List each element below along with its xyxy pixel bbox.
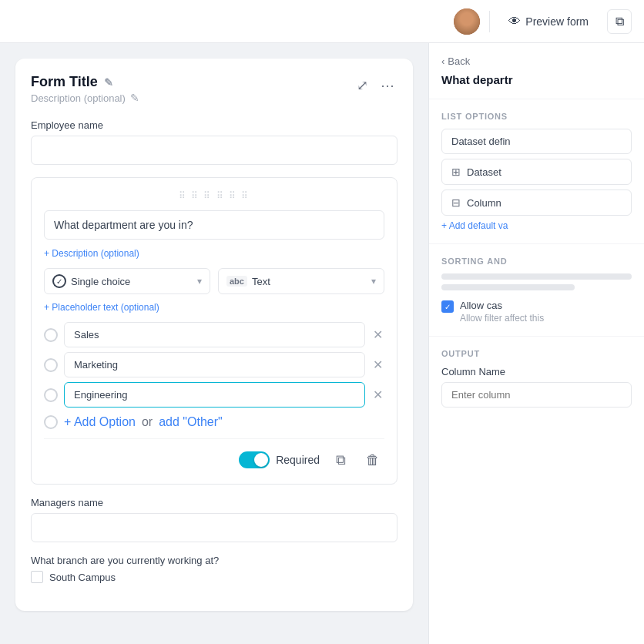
toggle-knob [254,453,268,467]
dataset-label: Dataset [467,166,501,178]
text-type-select-left: abc Text [226,276,270,287]
branch-checkbox[interactable] [31,571,43,583]
sorting-label: SORTING AND [441,257,632,266]
dataset-button[interactable]: ⊞ Dataset [441,159,632,185]
preview-label: Preview form [525,15,589,28]
required-label: Required [276,454,320,466]
text-type-label: Text [252,276,270,287]
single-choice-chevron: ▾ [197,276,202,287]
radio-circle-3 [44,388,58,402]
dataset-define-label: Dataset defin [451,136,511,147]
check-circle-icon: ✓ [52,274,66,288]
managers-name-label: Managers name [31,497,397,508]
copy-icon: ⧉ [615,15,624,29]
form-title-area: Form Title ✎ Description (optional) ✎ [31,74,139,104]
form-description: Description (optional) ✎ [31,92,139,104]
add-option-row: + Add Option or add "Other" [44,415,384,429]
required-toggle: Required [239,451,320,468]
question-input[interactable] [44,210,384,240]
drag-handle: ⠿ ⠿ ⠿ ⠿ ⠿ ⠿ [44,190,384,201]
allow-cascade-row: ✓ Allow cas Allow filter affect this [441,300,632,324]
text-type-chevron: ▾ [371,276,376,287]
allow-cascade-sub-text: Allow filter affect this [460,313,544,324]
sorting-bar-2 [441,284,575,290]
nav-divider [489,11,490,32]
option-input-1[interactable] [64,322,365,347]
back-label: Back [448,55,470,67]
dataset-define-button[interactable]: Dataset defin [441,129,632,154]
duplicate-button[interactable]: ⧉ [329,448,352,471]
eye-icon: 👁 [508,15,521,29]
single-choice-label: Single choice [71,276,130,287]
form-title-text: Form Title [31,74,98,90]
placeholder-text-link[interactable]: + Placeholder text (optional) [44,302,384,313]
option-input-2[interactable] [64,352,365,377]
form-header-actions: ⤢ ⋯ [354,74,397,97]
preview-form-button[interactable]: 👁 Preview form [499,10,598,33]
option-row: ✕ [44,382,384,408]
form-editor: Form Title ✎ Description (optional) ✎ ⤢ … [0,43,428,644]
required-toggle-switch[interactable] [239,451,270,468]
allow-cascade-checkbox[interactable]: ✓ [441,300,454,313]
back-chevron-icon: ‹ [441,55,444,67]
duplicate-icon: ⧉ [336,452,346,468]
radio-circle-1 [44,328,58,342]
expand-icon[interactable]: ⤢ [354,74,371,97]
column-icon: ⊟ [451,196,461,209]
sidebar-title: What departr [441,73,632,86]
single-choice-select-left: ✓ Single choice [52,274,130,288]
allow-cascade-label: Allow cas [460,300,544,311]
option-row: ✕ [44,352,384,377]
form-title: Form Title ✎ [31,74,139,90]
avatar-image [454,8,480,35]
question-block: ⠿ ⠿ ⠿ ⠿ ⠿ ⠿ + Description (optional) ✓ S… [31,177,397,485]
column-name-input[interactable] [441,382,632,408]
form-header: Form Title ✎ Description (optional) ✎ ⤢ … [31,74,397,104]
trash-icon: 🗑 [366,452,380,468]
remove-option-3[interactable]: ✕ [371,386,384,404]
option-input-3[interactable] [64,382,365,408]
column-label: Column [467,197,501,209]
employee-name-input[interactable] [31,136,397,165]
column-name-label: Column Name [441,366,632,377]
top-nav: 👁 Preview form ⧉ [0,0,644,43]
question-footer: Required ⧉ 🗑 [44,438,384,471]
sorting-section: SORTING AND ✓ Allow cas Allow filter aff… [429,244,644,337]
branch-question-label: What branch are you currently working at… [31,555,397,566]
radio-circle-2 [44,358,58,372]
single-choice-select[interactable]: ✓ Single choice ▾ [44,268,210,294]
form-card: Form Title ✎ Description (optional) ✎ ⤢ … [15,59,413,611]
list-options-section: LIST OPTIONS Dataset defin ⊞ Dataset ⊟ C… [429,99,644,244]
remove-option-1[interactable]: ✕ [371,326,384,344]
output-label: OUTPUT [441,349,632,358]
radio-circle-add [44,415,58,429]
sidebar-header: ‹ Back What departr [429,43,644,99]
table-icon: ⊞ [451,166,461,178]
form-description-text: Description (optional) [31,92,126,104]
type-selectors: ✓ Single choice ▾ abc Text ▾ [44,268,384,294]
more-options-icon[interactable]: ⋯ [377,74,397,97]
copy-icon-button[interactable]: ⧉ [607,9,632,34]
main-layout: Form Title ✎ Description (optional) ✎ ⤢ … [0,43,644,644]
employee-name-field: Employee name [31,119,397,165]
add-other-link[interactable]: add "Other" [159,415,223,429]
add-option-link[interactable]: + Add Option [64,415,136,429]
list-options-label: LIST OPTIONS [441,112,632,121]
right-sidebar: ‹ Back What departr LIST OPTIONS Dataset… [428,43,644,644]
add-default-link[interactable]: + Add default va [441,220,632,231]
output-section: OUTPUT Column Name [429,337,644,420]
branch-option-label: South Campus [49,572,116,583]
form-description-edit-icon[interactable]: ✎ [130,92,139,104]
remove-option-2[interactable]: ✕ [371,356,384,374]
managers-name-input[interactable] [31,513,397,542]
add-description-link[interactable]: + Description (optional) [44,248,139,259]
delete-button[interactable]: 🗑 [361,448,384,471]
branch-question-block: What branch are you currently working at… [31,555,397,583]
employee-name-label: Employee name [31,119,397,131]
column-button[interactable]: ⊟ Column [441,190,632,216]
abc-icon: abc [226,276,247,287]
avatar[interactable] [454,8,480,35]
form-title-edit-icon[interactable]: ✎ [104,76,113,89]
text-type-select[interactable]: abc Text ▾ [218,268,384,294]
back-link[interactable]: ‹ Back [441,55,632,67]
